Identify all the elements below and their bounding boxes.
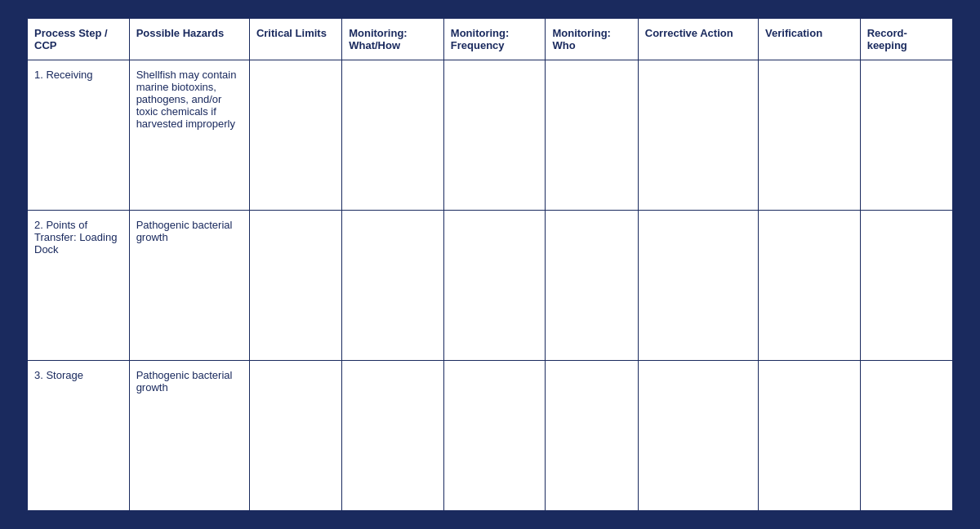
recordkeeping-storage	[860, 361, 952, 511]
haccp-table: Process Step / CCP Possible Hazards Crit…	[27, 18, 953, 511]
header-recordkeeping: Record-keeping	[860, 19, 952, 60]
header-critical-limits: Critical Limits	[249, 19, 341, 60]
process-step-receiving: 1. Receiving	[28, 60, 130, 211]
monitoring-who-receiving	[546, 60, 638, 211]
header-monitoring-what: Monitoring: What/How	[342, 19, 444, 60]
table-row-transfer: 2. Points of Transfer: Loading Dock Path…	[28, 211, 953, 361]
header-corrective-action: Corrective Action	[638, 19, 758, 60]
corrective-action-storage	[638, 361, 758, 511]
monitoring-who-storage	[546, 361, 638, 511]
monitoring-who-transfer	[546, 211, 638, 361]
table-row-storage: 3. Storage Pathogenic bacterial growth	[28, 361, 953, 511]
header-process-step: Process Step / CCP	[28, 19, 130, 60]
header-verification: Verification	[759, 19, 861, 60]
monitoring-freq-storage	[443, 361, 546, 511]
hazards-transfer: Pathogenic bacterial growth	[129, 211, 249, 361]
header-monitoring-who: Monitoring: Who	[546, 19, 638, 60]
process-step-transfer: 2. Points of Transfer: Loading Dock	[28, 211, 130, 361]
recordkeeping-receiving	[860, 60, 952, 211]
corrective-action-receiving	[638, 60, 758, 211]
haccp-table-container: Process Step / CCP Possible Hazards Crit…	[24, 16, 956, 513]
hazards-receiving: Shellfish may contain marine biotoxins, …	[129, 60, 249, 211]
monitoring-what-transfer	[342, 211, 444, 361]
verification-receiving	[759, 60, 861, 211]
verification-storage	[759, 361, 861, 511]
header-possible-hazards: Possible Hazards	[129, 19, 249, 60]
process-step-storage: 3. Storage	[28, 361, 130, 511]
monitoring-freq-receiving	[443, 60, 546, 211]
table-row-receiving: 1. Receiving Shellfish may contain marin…	[28, 60, 953, 211]
critical-limits-transfer	[249, 211, 341, 361]
monitoring-what-storage	[342, 361, 444, 511]
critical-limits-receiving	[249, 60, 341, 211]
hazards-storage: Pathogenic bacterial growth	[129, 361, 249, 511]
recordkeeping-transfer	[860, 211, 952, 361]
monitoring-freq-transfer	[443, 211, 546, 361]
corrective-action-transfer	[638, 211, 758, 361]
verification-transfer	[759, 211, 861, 361]
monitoring-what-receiving	[342, 60, 444, 211]
header-monitoring-freq: Monitoring: Frequency	[443, 19, 546, 60]
header-row: Process Step / CCP Possible Hazards Crit…	[28, 19, 953, 60]
critical-limits-storage	[249, 361, 341, 511]
